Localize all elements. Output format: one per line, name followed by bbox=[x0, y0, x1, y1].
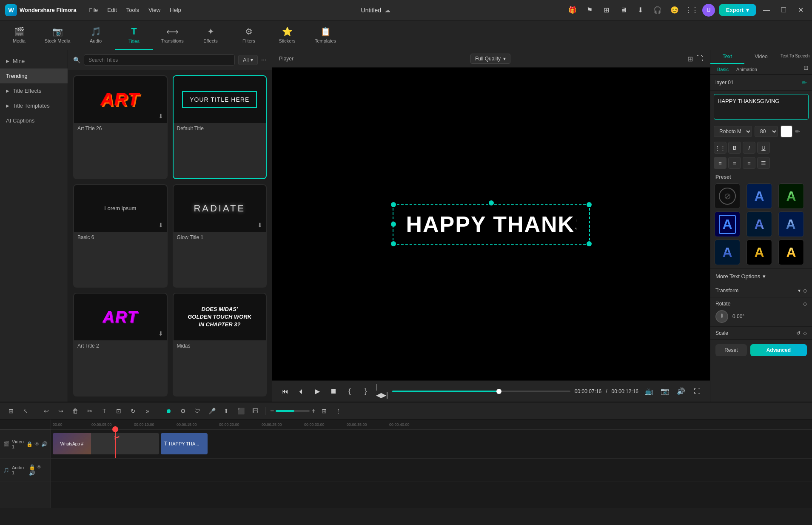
preset-item-6[interactable]: A bbox=[778, 211, 804, 237]
media-btn-media[interactable]: 🎬 Media bbox=[0, 20, 38, 50]
rotate-knob[interactable] bbox=[715, 310, 728, 323]
layer-edit-icon[interactable]: ✏ bbox=[802, 79, 807, 86]
tl-film-icon[interactable]: 🎞 bbox=[249, 405, 261, 417]
search-input[interactable] bbox=[84, 54, 235, 66]
progress-bar[interactable] bbox=[392, 391, 570, 392]
tl-more-icon[interactable]: » bbox=[142, 405, 154, 417]
title-card-midas[interactable]: DOES MIDAS'GOLDEN TOUCH WORKIN CHAPTER 3… bbox=[173, 293, 267, 397]
mark-in-icon[interactable]: { bbox=[344, 385, 356, 397]
step-back-icon[interactable]: ⏴ bbox=[295, 385, 307, 397]
title-card-art-2[interactable]: ART ⬇ Art Title 2 bbox=[73, 293, 168, 397]
download-icon[interactable]: ⬇ bbox=[634, 4, 647, 17]
apps-icon[interactable]: ⋮⋮ bbox=[685, 4, 698, 17]
tl-crop-icon[interactable]: ⊡ bbox=[113, 405, 125, 417]
tl-layout-icon[interactable]: ⊞ bbox=[318, 405, 330, 417]
monitor-icon[interactable]: 🖥 bbox=[617, 4, 630, 17]
headphone-icon[interactable]: 🎧 bbox=[651, 4, 664, 17]
minimize-icon[interactable]: — bbox=[760, 4, 773, 17]
title-card-default[interactable]: YOUR TITLE HERE Default Title bbox=[173, 75, 267, 179]
audio-track-lock-icon[interactable]: 🔒 bbox=[29, 464, 35, 470]
sidebar-item-trending[interactable]: Trending bbox=[0, 68, 68, 83]
sidebar-item-title-templates[interactable]: ▶ Title Templates bbox=[0, 98, 68, 113]
menu-edit[interactable]: Edit bbox=[103, 5, 121, 15]
video-clip[interactable]: WhatsApp # bbox=[53, 433, 159, 454]
title-clip[interactable]: T HAPPY THA... bbox=[161, 433, 208, 454]
preset-item-8[interactable]: A bbox=[746, 240, 772, 265]
preset-item-4[interactable]: A bbox=[715, 211, 740, 237]
bold-button[interactable]: B bbox=[728, 142, 741, 154]
tl-redo-icon[interactable]: ↪ bbox=[55, 405, 67, 417]
media-btn-titles[interactable]: T Titles bbox=[115, 20, 153, 50]
menu-tools[interactable]: Tools bbox=[122, 5, 143, 15]
tab-text[interactable]: Text bbox=[710, 50, 744, 64]
media-btn-effects[interactable]: ✦ Effects bbox=[191, 20, 230, 50]
tl-undo-icon[interactable]: ↩ bbox=[40, 405, 52, 417]
tl-trash-icon[interactable]: 🗑 bbox=[69, 405, 81, 417]
media-btn-transitions[interactable]: ⟷ Transitions bbox=[153, 20, 191, 50]
preset-item-1[interactable]: ⊘ bbox=[715, 183, 740, 209]
more-options-icon[interactable]: ··· bbox=[261, 56, 267, 64]
track-lock-icon[interactable]: 🔒 bbox=[26, 441, 33, 447]
font-size-select[interactable]: 80 72 64 48 36 24 bbox=[755, 126, 778, 137]
preset-item-7[interactable]: A bbox=[715, 240, 740, 265]
quality-select[interactable]: Full Quality ▾ bbox=[470, 54, 510, 64]
media-btn-stock[interactable]: 📷 Stock Media bbox=[38, 20, 77, 50]
preset-item-5[interactable]: A bbox=[746, 211, 772, 237]
tl-extract-icon[interactable]: ⬆ bbox=[220, 405, 232, 417]
transform-section[interactable]: Transform ▾ ◇ bbox=[710, 284, 812, 297]
tl-shield-icon[interactable]: 🛡 bbox=[191, 405, 203, 417]
more-text-options[interactable]: More Text Options ▾ bbox=[710, 268, 812, 284]
sidebar-item-title-effects[interactable]: ▶ Title Effects bbox=[0, 83, 68, 98]
title-card-basic-6[interactable]: Lorem ipsum ⬇ Basic 6 bbox=[73, 184, 168, 288]
align-center-button[interactable]: ≡ bbox=[728, 157, 741, 169]
camera-icon[interactable]: 📷 bbox=[659, 385, 671, 397]
reset-button[interactable]: Reset bbox=[715, 344, 747, 356]
menu-file[interactable]: File bbox=[85, 5, 102, 15]
audio-track-eye-icon[interactable]: 👁 bbox=[37, 464, 42, 470]
align-left-button[interactable]: ≡ bbox=[714, 157, 727, 169]
close-icon[interactable]: ✕ bbox=[794, 4, 807, 17]
menu-view[interactable]: View bbox=[144, 5, 165, 15]
preset-item-9[interactable]: A bbox=[778, 240, 804, 265]
preview-text-element[interactable]: HAPPY THANKSGIVING bbox=[393, 204, 590, 245]
color-picker[interactable] bbox=[781, 126, 792, 137]
tl-rotate-icon[interactable]: ↻ bbox=[127, 405, 139, 417]
screen-icon[interactable]: 📺 bbox=[643, 385, 655, 397]
smiley-icon[interactable]: 😊 bbox=[668, 4, 681, 17]
fullscreen-icon[interactable]: ⛶ bbox=[691, 385, 703, 397]
sidebar-item-mine[interactable]: ▶ Mine bbox=[0, 54, 68, 68]
media-btn-audio[interactable]: 🎵 Audio bbox=[77, 20, 115, 50]
title-card-glow-1[interactable]: RADIATE ⬇ Glow Title 1 bbox=[173, 184, 267, 288]
tl-text-icon[interactable]: T bbox=[98, 405, 110, 417]
avatar[interactable]: U bbox=[702, 4, 715, 17]
grid-icon[interactable]: ⊞ bbox=[600, 4, 613, 17]
zoom-in-icon[interactable]: + bbox=[311, 407, 315, 415]
tab-video[interactable]: Video bbox=[744, 50, 778, 64]
zoom-slider[interactable] bbox=[276, 410, 310, 412]
italic-button[interactable]: I bbox=[743, 142, 755, 154]
preset-item-3[interactable]: A bbox=[778, 183, 804, 209]
underline-button[interactable]: U bbox=[757, 142, 770, 154]
tl-record-icon[interactable]: ⏺ bbox=[162, 405, 174, 417]
tl-settings-icon[interactable]: ⚙ bbox=[177, 405, 189, 417]
sidebar-item-ai-captions[interactable]: AI Captions bbox=[0, 113, 68, 128]
collapse-icon[interactable]: ⊟ bbox=[803, 64, 809, 74]
export-button[interactable]: Export ▾ bbox=[719, 4, 756, 16]
tab-tts[interactable]: Text To Speech bbox=[778, 50, 812, 64]
columns-icon[interactable]: ⋮⋮ bbox=[714, 142, 727, 154]
add-marker-icon[interactable]: |◀▶| bbox=[376, 385, 388, 397]
track-vol-icon[interactable]: 🔊 bbox=[41, 441, 48, 447]
skip-back-icon[interactable]: ⏮ bbox=[279, 385, 291, 397]
text-input[interactable]: HAPPY THANKSGIVING bbox=[714, 94, 809, 120]
gift-icon[interactable]: 🎁 bbox=[566, 4, 579, 17]
tl-cut-icon[interactable]: ✂ bbox=[84, 405, 96, 417]
flag-icon[interactable]: ⚑ bbox=[583, 4, 596, 17]
tl-join-icon[interactable]: ⬛ bbox=[235, 405, 247, 417]
media-btn-filters[interactable]: ⚙ Filters bbox=[230, 20, 268, 50]
preset-item-2[interactable]: A bbox=[746, 183, 772, 209]
grid-view-icon[interactable]: ⊞ bbox=[687, 55, 693, 63]
volume-icon[interactable]: 🔊 bbox=[675, 385, 687, 397]
tl-mic-icon[interactable]: 🎤 bbox=[206, 405, 218, 417]
fit-view-icon[interactable]: ⛶ bbox=[696, 55, 703, 63]
track-eye-icon[interactable]: 👁 bbox=[34, 441, 40, 447]
